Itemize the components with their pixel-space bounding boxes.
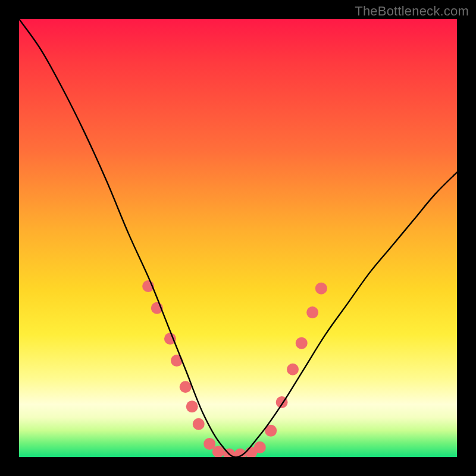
marker-dot: [193, 418, 205, 430]
curve-layer: [19, 19, 457, 457]
plot-area: [19, 19, 457, 457]
marker-dot: [186, 400, 198, 412]
marker-dot: [180, 381, 192, 393]
marker-dot: [287, 364, 299, 375]
marker-dot: [296, 337, 308, 349]
chart-stage: TheBottleneck.com: [0, 0, 476, 476]
marker-dot: [254, 441, 266, 453]
bottleneck-curve: [19, 19, 457, 457]
marker-dots-group: [142, 280, 327, 457]
marker-dot: [306, 306, 318, 318]
watermark-text: TheBottleneck.com: [355, 4, 469, 19]
marker-dot: [315, 283, 327, 295]
